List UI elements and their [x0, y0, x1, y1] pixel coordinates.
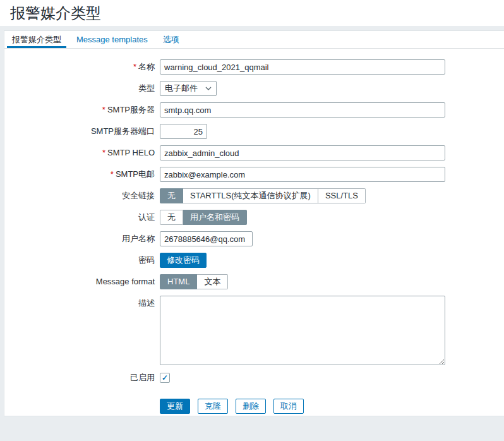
change-password-button[interactable]: 修改密码 [160, 253, 207, 268]
form-row-enabled: 已启用 ✓ [4, 370, 504, 385]
required-marker: * [102, 148, 105, 157]
security-option-starttls[interactable]: STARTTLS(纯文本通信协议扩展) [183, 188, 318, 203]
form-row-smtp-server: *SMTP服务器 [4, 102, 504, 118]
form-row-description: 描述 [4, 296, 504, 365]
smtp-helo-input[interactable] [160, 145, 445, 160]
auth-label: 认证 [4, 210, 160, 225]
smtp-server-label-text: SMTP服务器 [107, 105, 155, 114]
security-segmented-control: 无 STARTTLS(纯文本通信协议扩展) SSL/TLS [160, 188, 366, 203]
form-row-auth: 认证 无 用户名和密码 [4, 210, 504, 225]
security-option-ssltls[interactable]: SSL/TLS [318, 188, 366, 203]
cancel-button[interactable]: 取消 [273, 399, 304, 414]
required-marker: * [133, 62, 136, 71]
auth-segmented-control: 无 用户名和密码 [160, 210, 247, 225]
type-label-text: 类型 [138, 83, 155, 93]
name-label: *名称 [4, 59, 160, 75]
smtp-server-label: *SMTP服务器 [4, 102, 160, 118]
form-row-username: 用户名称 [4, 231, 504, 246]
form-row-smtp-helo: *SMTP HELO [4, 145, 504, 160]
form-row-message-format: Message format HTML 文本 [4, 274, 504, 289]
media-type-form: *名称 类型 电子邮件 *SMTP服务器 SMTP服务器端口 [4, 49, 504, 414]
type-label: 类型 [4, 81, 160, 96]
auth-option-userpass[interactable]: 用户名和密码 [183, 210, 247, 225]
tab-media-type[interactable]: 报警媒介类型 [7, 31, 66, 48]
type-select[interactable]: 电子邮件 [160, 81, 217, 96]
security-label: 安全链接 [4, 188, 160, 203]
enabled-label: 已启用 [4, 370, 160, 385]
tab-options[interactable]: 选项 [158, 31, 184, 48]
form-row-type: 类型 电子邮件 [4, 81, 504, 96]
smtp-helo-label: *SMTP HELO [4, 145, 160, 160]
description-label-text: 描述 [138, 298, 155, 308]
chevron-down-icon [205, 87, 212, 90]
clone-button[interactable]: 克隆 [198, 399, 228, 414]
form-row-smtp-port: SMTP服务器端口 [4, 124, 504, 139]
smtp-email-input[interactable] [160, 167, 445, 182]
message-format-option-html[interactable]: HTML [160, 274, 197, 289]
page-header: 报警媒介类型 [0, 0, 504, 26]
smtp-helo-label-text: SMTP HELO [107, 148, 155, 157]
tab-message-templates[interactable]: Message templates [71, 31, 153, 48]
password-label: 密码 [4, 253, 160, 268]
name-label-text: 名称 [138, 62, 155, 71]
description-label: 描述 [4, 296, 160, 365]
enabled-checkbox[interactable]: ✓ [160, 373, 170, 383]
tabbar: 报警媒介类型 Message templates 选项 [4, 31, 504, 49]
message-format-label: Message format [4, 274, 160, 289]
username-label: 用户名称 [4, 231, 160, 246]
form-row-actions: 更新 克隆 删除 取消 [4, 399, 504, 414]
security-option-none[interactable]: 无 [160, 188, 183, 203]
smtp-port-input[interactable] [160, 124, 207, 139]
update-button[interactable]: 更新 [160, 399, 190, 414]
username-label-text: 用户名称 [122, 234, 155, 243]
media-type-form-card: 报警媒介类型 Message templates 选项 *名称 类型 电子邮件 … [4, 30, 504, 416]
page-title: 报警媒介类型 [10, 3, 101, 23]
checkmark-icon: ✓ [162, 373, 168, 382]
message-format-segmented-control: HTML 文本 [160, 274, 228, 289]
form-row-name: *名称 [4, 59, 504, 75]
username-input[interactable] [160, 231, 253, 246]
description-textarea[interactable] [160, 296, 445, 365]
auth-option-none[interactable]: 无 [160, 210, 183, 225]
required-marker: * [111, 169, 114, 179]
form-row-smtp-email: *SMTP电邮 [4, 167, 504, 182]
security-label-text: 安全链接 [122, 191, 155, 200]
name-input[interactable] [160, 59, 445, 75]
required-marker: * [102, 105, 105, 114]
auth-label-text: 认证 [138, 212, 155, 222]
type-select-value: 电子邮件 [165, 83, 198, 94]
enabled-label-text: 已启用 [130, 373, 155, 382]
password-label-text: 密码 [138, 255, 155, 265]
delete-button[interactable]: 删除 [236, 399, 266, 414]
smtp-port-label-text: SMTP服务器端口 [91, 126, 155, 136]
form-row-password: 密码 修改密码 [4, 253, 504, 268]
message-format-option-text[interactable]: 文本 [197, 274, 228, 289]
message-format-label-text: Message format [96, 277, 155, 286]
smtp-port-label: SMTP服务器端口 [4, 124, 160, 139]
form-row-security: 安全链接 无 STARTTLS(纯文本通信协议扩展) SSL/TLS [4, 188, 504, 203]
smtp-email-label-text: SMTP电邮 [116, 169, 155, 179]
smtp-email-label: *SMTP电邮 [4, 167, 160, 182]
smtp-server-input[interactable] [160, 102, 445, 118]
